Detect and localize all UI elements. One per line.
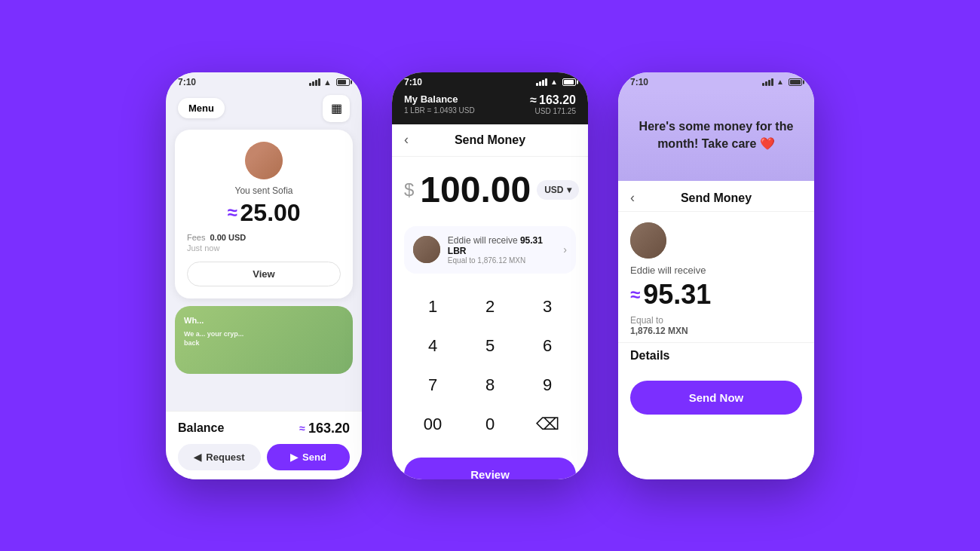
screen-title-3: Send Money	[681, 191, 752, 205]
request-icon: ◀	[194, 452, 201, 463]
sent-amount: ≈ 25.00	[187, 199, 341, 227]
chevron-down-icon: ▾	[567, 185, 571, 195]
phone2-topbar: My Balance 1 LBR = 1.0493 USD ≈ 163.20 U…	[392, 90, 588, 124]
send-money-panel: ‹ Send Money Eddie will receive ≈ 95.31 …	[618, 181, 814, 479]
recipient-text: Eddie will receive 95.31 LBR Equal to 1,…	[448, 235, 563, 265]
my-balance-section: My Balance 1 LBR = 1.0493 USD	[404, 93, 475, 115]
wifi-icon: ▲	[323, 78, 332, 87]
eddie-section: Eddie will receive ≈ 95.31 Equal to 1,87…	[618, 212, 814, 342]
numpad-row-2: 4 5 6	[404, 328, 576, 364]
qr-icon: ▦	[331, 101, 342, 115]
num-2-button[interactable]: 2	[466, 289, 514, 325]
amount-section: $ 100.00 USD ▾	[392, 157, 588, 226]
num-8-button[interactable]: 8	[466, 367, 514, 403]
phone-3: 7:10 ▲ Here's some money for the month! …	[618, 72, 814, 479]
approx-icon: ≈	[227, 202, 237, 223]
balance-right: ≈ 163.20 USD 171.25	[530, 93, 576, 115]
phone-1: 7:10 ▲ Menu ▦ You sent Sofia ≈ 25	[166, 72, 362, 479]
status-icons-2: ▲	[536, 78, 576, 86]
battery-icon	[336, 78, 350, 86]
status-icons-1: ▲	[309, 78, 350, 87]
battery-icon-2	[562, 78, 576, 86]
phone3-screen-header: ‹ Send Money	[618, 181, 814, 212]
num-00-button[interactable]: 00	[409, 406, 457, 442]
num-3-button[interactable]: 3	[523, 289, 571, 325]
eddie-amount-value: 95.31	[643, 279, 711, 311]
request-button[interactable]: ◀ Request	[178, 444, 261, 470]
eddie-will-label: Eddie will receive	[630, 265, 802, 276]
exchange-rate: 1 LBR = 1.0493 USD	[404, 106, 475, 115]
signal-icon-3	[762, 78, 773, 86]
battery-icon-3	[789, 78, 802, 86]
dollar-sign: $	[404, 179, 414, 201]
time-3: 7:10	[630, 77, 648, 87]
promo-card: Wh... We a... your cryp... back	[175, 306, 353, 374]
send-button[interactable]: ▶ Send	[267, 444, 350, 470]
usd-subtext: USD 171.25	[530, 107, 576, 115]
backspace-button[interactable]: ⌫	[523, 406, 571, 442]
num-7-button[interactable]: 7	[409, 367, 457, 403]
promo-banner: Here's some money for the month! Take ca…	[618, 90, 814, 181]
phone1-header: Menu ▦	[166, 90, 362, 130]
view-button[interactable]: View	[187, 262, 341, 286]
transaction-card: You sent Sofia ≈ 25.00 Fees 0.00 USD Jus…	[175, 130, 353, 298]
currency-selector[interactable]: USD ▾	[537, 180, 578, 200]
numpad-row-3: 7 8 9	[404, 367, 576, 403]
action-buttons: ◀ Request ▶ Send	[178, 444, 350, 470]
num-0-button[interactable]: 0	[466, 406, 514, 442]
promo-text: Wh... We a... your cryp... back	[175, 306, 265, 358]
send-icon: ▶	[290, 452, 298, 463]
num-5-button[interactable]: 5	[466, 328, 514, 364]
qr-button[interactable]: ▦	[323, 95, 350, 122]
num-1-button[interactable]: 1	[409, 289, 457, 325]
num-6-button[interactable]: 6	[523, 328, 571, 364]
details-title: Details	[630, 349, 802, 363]
approx-icon-top: ≈	[530, 93, 537, 107]
recipient-avatar	[413, 236, 440, 263]
my-balance-label: My Balance	[404, 93, 475, 105]
back-button-2[interactable]: ‹	[404, 132, 409, 148]
name-prefix: Eddie will receive	[448, 235, 520, 246]
exchange-rate-label: Equal to 1,876.12 MXN	[448, 256, 563, 265]
phone1-bottom: Balance ≈ 163.20 ◀ Request ▶ Send	[166, 411, 362, 479]
timestamp: Just now	[187, 243, 341, 253]
recipient-info: Eddie will receive 95.31 LBR Equal to 1,…	[413, 235, 563, 265]
status-bar-3: 7:10 ▲	[618, 72, 814, 90]
balance-label: Balance	[178, 421, 224, 435]
wifi-icon-3: ▲	[776, 78, 784, 86]
mxn-value: 1,876.12 MXN	[630, 326, 802, 336]
recipient-card[interactable]: Eddie will receive 95.31 LBR Equal to 1,…	[404, 226, 576, 274]
phone-2: 7:10 ▲ My Balance 1 LBR = 1.0493 USD ≈ 1…	[392, 72, 588, 479]
back-button-3[interactable]: ‹	[630, 190, 635, 206]
menu-button[interactable]: Menu	[178, 98, 225, 118]
amount-display: $ 100.00 USD ▾	[404, 172, 576, 208]
balance-amount: ≈ 163.20	[299, 421, 350, 436]
num-4-button[interactable]: 4	[409, 328, 457, 364]
screen-title-2: Send Money	[455, 133, 525, 147]
status-bar-2: 7:10 ▲	[392, 72, 588, 90]
signal-icon	[309, 78, 320, 86]
numpad: 1 2 3 4 5 6 7 8 9 00 0 ⌫	[392, 283, 588, 452]
status-bar-1: 7:10 ▲	[166, 72, 362, 90]
fees-label: Fees	[187, 233, 205, 242]
eddie-avatar	[630, 222, 666, 259]
sent-label: You sent Sofia	[187, 185, 341, 196]
wifi-icon-2: ▲	[550, 78, 558, 86]
promo-message: Here's some money for the month! Take ca…	[630, 118, 802, 152]
status-icons-3: ▲	[762, 78, 802, 86]
eddie-amount: ≈ 95.31	[630, 279, 802, 311]
recipient-name: Eddie will receive 95.31 LBR	[448, 235, 563, 256]
expand-icon: ›	[563, 243, 567, 256]
balance-tilde-icon: ≈	[299, 422, 305, 434]
send-now-button[interactable]: Send Now	[630, 381, 802, 415]
signal-icon-2	[536, 78, 547, 86]
balance-row: Balance ≈ 163.20	[178, 421, 350, 436]
num-9-button[interactable]: 9	[523, 367, 571, 403]
main-amount: 100.00	[420, 172, 531, 208]
promo-title: Wh...	[184, 315, 256, 326]
numpad-row-1: 1 2 3	[404, 289, 576, 325]
promo-desc: We a... your cryp... back	[184, 329, 256, 348]
phone2-screen-header: ‹ Send Money	[392, 124, 588, 157]
review-button[interactable]: Review	[404, 458, 576, 479]
eddie-approx-icon: ≈	[630, 284, 640, 305]
